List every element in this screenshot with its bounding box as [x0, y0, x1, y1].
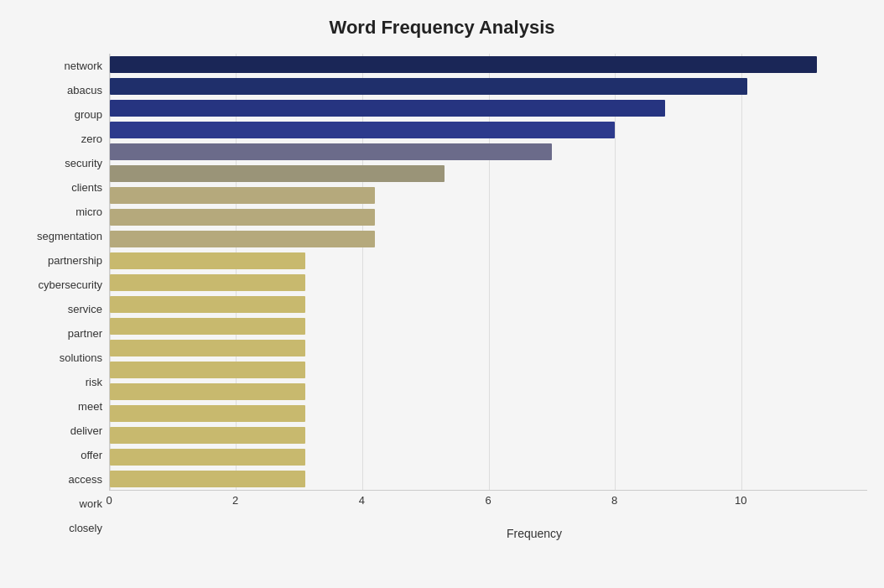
y-label: partner: [68, 323, 102, 345]
bar-row: [110, 337, 867, 359]
bar: [110, 231, 375, 247]
bar-row: [110, 381, 867, 403]
bar: [110, 165, 445, 182]
bar: [110, 362, 305, 378]
y-label: segmentation: [37, 226, 102, 247]
bar: [110, 427, 305, 444]
bar: [110, 340, 305, 356]
y-label: offer: [81, 445, 102, 466]
bar: [110, 100, 665, 117]
bar-row: [110, 424, 867, 446]
y-axis: networkabacusgroupzerosecurityclientsmic…: [17, 54, 109, 540]
bar: [110, 405, 305, 422]
y-label: group: [75, 104, 102, 126]
bar-row: [110, 206, 867, 228]
x-tick-label: 4: [359, 494, 365, 507]
chart-area: networkabacusgroupzerosecurityclientsmic…: [17, 54, 867, 540]
y-label: closely: [69, 518, 102, 539]
bar: [110, 318, 305, 335]
x-axis-title: Frequency: [201, 527, 867, 540]
y-label: access: [69, 469, 102, 491]
y-label: partnership: [48, 250, 102, 272]
bar: [110, 383, 305, 400]
chart-container: Word Frequency Analysis networkabacusgro…: [0, 0, 884, 588]
x-tick-label: 0: [106, 494, 112, 507]
bar: [110, 252, 305, 269]
y-label: service: [68, 299, 102, 320]
bars-section: [109, 54, 867, 491]
y-label: meet: [78, 396, 102, 418]
bar-row: [110, 97, 867, 119]
y-label: security: [65, 153, 102, 174]
chart-title: Word Frequency Analysis: [17, 17, 867, 39]
y-label: work: [80, 493, 102, 515]
bar: [110, 209, 375, 226]
bar: [110, 471, 305, 487]
bar-row: [110, 75, 867, 97]
bar-row: [110, 359, 867, 381]
bar: [110, 143, 552, 160]
bar-row: [110, 294, 867, 315]
x-tick-label: 2: [232, 494, 238, 507]
bar: [110, 122, 615, 138]
bar: [110, 449, 305, 466]
bar: [110, 274, 305, 291]
bar-row: [110, 250, 867, 272]
x-tick-label: 8: [611, 494, 617, 507]
bar-row: [110, 272, 867, 294]
y-label: cybersecurity: [38, 274, 102, 296]
bar-row: [110, 403, 867, 424]
bar: [110, 187, 375, 204]
y-label: risk: [86, 372, 102, 393]
y-label: clients: [71, 177, 102, 199]
bar-row: [110, 468, 867, 490]
y-label: micro: [75, 201, 102, 223]
x-tick-label: 6: [485, 494, 491, 507]
bar-row: [110, 446, 867, 468]
bar-row: [110, 54, 867, 75]
y-label: abacus: [67, 80, 102, 101]
bar-row: [110, 315, 867, 337]
bar-row: [110, 119, 867, 141]
bar-row: [110, 163, 867, 185]
bar: [110, 56, 817, 73]
y-label: solutions: [60, 347, 102, 369]
bar-row: [110, 228, 867, 250]
bar: [110, 296, 305, 313]
bar: [110, 78, 747, 95]
bar-row: [110, 185, 867, 206]
y-label: network: [64, 55, 102, 77]
bar-row: [110, 141, 867, 163]
y-label: deliver: [70, 420, 102, 442]
y-label: zero: [81, 128, 102, 150]
x-tick-label: 10: [735, 494, 746, 507]
x-axis-labels: 0246810: [109, 494, 867, 503]
